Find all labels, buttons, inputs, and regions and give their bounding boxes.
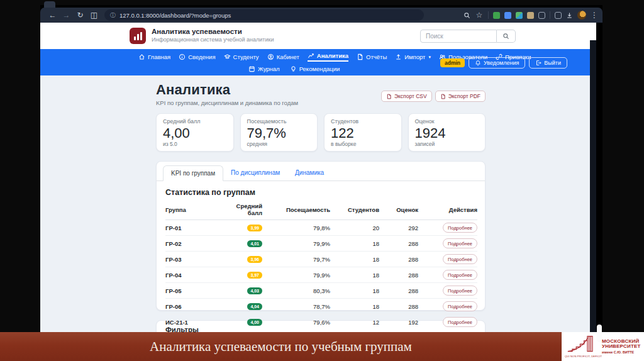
details-button[interactable]: Подробнее [443, 238, 477, 248]
kpi-value: 4,00 [163, 125, 227, 141]
person-circle-icon [267, 53, 274, 60]
logo-line-2: УНИВЕРСИТЕТ [602, 344, 641, 350]
site-info-icon[interactable]: ⓘ [110, 9, 116, 21]
upload-icon [395, 53, 402, 60]
attendance-value: 79,9% [262, 267, 330, 283]
side-panel-button[interactable]: ◫ [87, 8, 101, 23]
slide-banner: Аналитика успеваемости по учебным группа… [0, 332, 644, 361]
students-value: 18 [330, 252, 379, 267]
notifications-button[interactable]: Уведомления [469, 57, 525, 69]
kpi-note: в выборке [331, 141, 395, 147]
export-pdf-label: Экспорт PDF [448, 93, 480, 99]
forward-button[interactable]: → [60, 8, 73, 23]
nav-label: Рекомендации [299, 65, 340, 72]
app-header: Аналитика успеваемости Информационная си… [40, 23, 596, 49]
nav-item-reports[interactable]: Отчёты [357, 53, 387, 60]
search-icon [502, 33, 509, 40]
nav-item-journal[interactable]: Журнал [248, 65, 280, 72]
nav-item-cabinet[interactable]: Кабинет [267, 53, 299, 60]
export-pdf-button[interactable]: Экспорт PDF [435, 91, 486, 102]
browser-tab-stub[interactable] [44, 1, 55, 8]
url-text: 127.0.0.1:8000/dashboard/?mode=groups [119, 12, 231, 19]
tab-disciplines[interactable]: По дисциплинам [223, 165, 287, 181]
extension-teal-icon[interactable] [516, 12, 523, 19]
nav-item-analytics[interactable]: Аналитика [308, 52, 348, 62]
kpi-value: 122 [331, 125, 395, 141]
details-button[interactable]: Подробнее [443, 223, 477, 233]
search-input[interactable] [420, 30, 497, 43]
tab-kpi-groups[interactable]: KPI по группам [163, 165, 223, 181]
table-row: ГР-05 4,03 80,3% 18 288 Подробнее [165, 283, 477, 299]
details-button[interactable]: Подробнее [443, 254, 477, 264]
file-icon [386, 94, 392, 99]
grades-value: 288 [379, 267, 418, 283]
group-name: ГР-05 [165, 283, 221, 299]
table-row: ГР-04 3,97 79,9% 18 288 Подробнее [165, 267, 477, 283]
attendance-value: 79,8% [262, 220, 330, 236]
students-value: 18 [330, 236, 379, 252]
extension-shield-icon[interactable] [493, 12, 500, 19]
url-bar[interactable]: ⓘ 127.0.0.1:8000/dashboard/?mode=groups [104, 9, 424, 21]
tab-dynamics[interactable]: Динамика [287, 165, 331, 181]
logout-button[interactable]: Выйти [529, 57, 567, 69]
bookmark-star-icon[interactable]: ☆ [475, 8, 484, 23]
file-icon [440, 94, 446, 99]
browser-menu-icon[interactable]: ⋮ [591, 8, 597, 23]
kpi-note: из 5.0 [163, 141, 227, 147]
export-csv-button[interactable]: Экспорт CSV [381, 91, 432, 102]
nav-item-info[interactable]: Сведения [179, 53, 215, 60]
extension-blue-icon[interactable] [504, 12, 511, 19]
kpi-label: Оценок [415, 118, 479, 125]
col-avg: Средний балл [221, 201, 262, 220]
details-button[interactable]: Подробнее [443, 270, 477, 280]
kpi-label: Средний балл [163, 118, 227, 125]
nav-item-home[interactable]: Главная [138, 53, 170, 60]
students-value: 18 [330, 267, 379, 283]
page-scrollbar[interactable] [590, 40, 596, 338]
logout-label: Выйти [544, 60, 561, 66]
nav-item-student[interactable]: Студенту [224, 53, 259, 60]
details-button[interactable]: Подробнее [443, 317, 477, 327]
groups-stats-card: KPI по группам По дисциплинам Динамика С… [156, 161, 486, 311]
extensions-puzzle-icon[interactable] [538, 12, 545, 19]
kpi-value: 1924 [415, 125, 479, 141]
nav-right-cluster: admin Уведомления Выйти [440, 57, 567, 69]
nav-item-recommendations[interactable]: Рекомендации [290, 65, 340, 72]
toolbar-divider [488, 11, 489, 19]
page-head: Аналитика KPI по группам, дисциплинам и … [156, 82, 486, 106]
details-button[interactable]: Подробнее [443, 286, 477, 296]
back-button[interactable]: ← [46, 8, 59, 23]
table-row: ГР-03 3,96 79,7% 18 288 Подробнее [165, 252, 477, 267]
col-attendance: Посещаемость [262, 201, 330, 220]
attendance-value: 78,7% [262, 299, 330, 314]
search-button[interactable] [497, 30, 516, 43]
tabs-bar: KPI по группам По дисциплинам Динамика [157, 162, 485, 181]
nav-label: Аналитика [317, 52, 348, 59]
table-row: ГР-02 4,01 79,9% 18 288 Подробнее [165, 236, 477, 252]
toolbar-right: ☆ ⋮ [464, 8, 597, 23]
screen: ← → ↻ ◫ ⓘ 127.0.0.1:8000/dashboard/?mode… [0, 0, 644, 361]
nav-item-import[interactable]: Импорт ▾ [395, 53, 431, 60]
downloads-icon[interactable] [566, 12, 573, 19]
university-logo: QUI NON PROFICIT, DEFICIT МОСКОВСКИЙ УНИ… [562, 332, 644, 361]
extension-folder-icon[interactable] [527, 12, 534, 19]
grades-value: 288 [379, 283, 418, 299]
details-button[interactable]: Подробнее [443, 301, 477, 311]
grades-value: 292 [379, 220, 418, 236]
cart-icon[interactable] [555, 12, 562, 19]
admin-badge: admin [440, 58, 465, 67]
toolbar-search-icon[interactable] [464, 12, 470, 19]
graduation-cap-icon [224, 53, 231, 60]
slide-caption: Аналитика успеваемости по учебным группа… [0, 332, 562, 361]
avg-badge: 4,01 [247, 240, 262, 247]
home-icon [138, 53, 145, 60]
refresh-button[interactable]: ↻ [74, 8, 87, 23]
profile-avatar[interactable] [577, 11, 586, 19]
kpi-card-attendance: Посещаемость 79,7% средняя [240, 113, 318, 152]
nav-label: Журнал [258, 65, 280, 72]
browser-toolbar: ← → ↻ ◫ ⓘ 127.0.0.1:8000/dashboard/?mode… [40, 8, 602, 23]
nav-label: Кабинет [277, 53, 299, 60]
students-value: 18 [330, 299, 379, 314]
scrollbar-thumb[interactable] [597, 325, 602, 342]
main-nav: Главная Сведения Студенту Кабинет [40, 49, 596, 75]
